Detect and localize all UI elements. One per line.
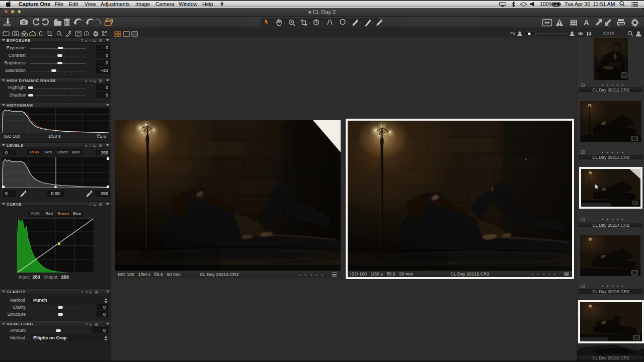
svg-text:Fit: Fit xyxy=(510,31,515,36)
svg-text:A: A xyxy=(85,79,88,83)
svg-text:A: A xyxy=(85,144,88,148)
svg-text:?: ? xyxy=(81,291,83,294)
svg-text:A: A xyxy=(85,39,88,43)
svg-text:A: A xyxy=(584,18,589,27)
svg-text:2/215: 2/215 xyxy=(603,31,614,36)
